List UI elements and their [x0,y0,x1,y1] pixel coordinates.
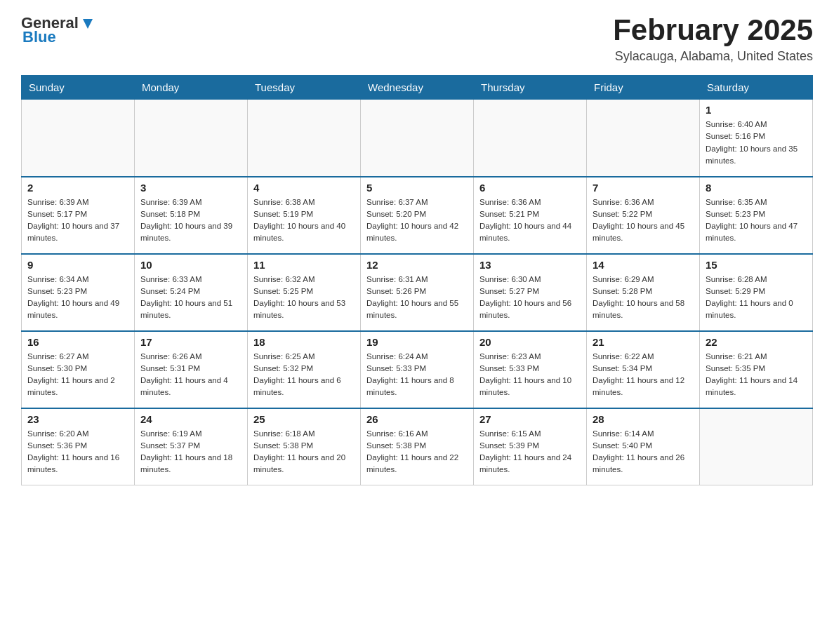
day-info: Sunrise: 6:39 AMSunset: 5:18 PMDaylight:… [140,196,241,245]
day-number: 9 [27,259,128,271]
page-header: General Blue February 2025 Sylacauga, Al… [21,14,813,64]
day-number: 3 [140,182,241,194]
day-number: 12 [366,259,468,271]
day-info: Sunrise: 6:26 AMSunset: 5:31 PMDaylight:… [140,351,241,399]
calendar-cell [135,100,248,177]
calendar-cell: 20Sunrise: 6:23 AMSunset: 5:33 PMDayligh… [474,331,587,408]
day-info: Sunrise: 6:16 AMSunset: 5:38 PMDaylight:… [366,428,468,476]
day-number: 23 [27,413,128,425]
day-number: 13 [479,259,581,271]
day-info: Sunrise: 6:20 AMSunset: 5:36 PMDaylight:… [27,428,128,476]
day-number: 25 [253,413,355,425]
day-info: Sunrise: 6:35 AMSunset: 5:23 PMDaylight:… [706,196,807,245]
day-number: 15 [706,259,807,271]
calendar-cell: 13Sunrise: 6:30 AMSunset: 5:27 PMDayligh… [474,254,587,331]
day-number: 18 [253,336,355,348]
day-number: 1 [706,104,807,116]
day-number: 7 [593,182,694,194]
day-number: 6 [479,182,581,194]
day-number: 5 [366,182,468,194]
calendar-cell: 22Sunrise: 6:21 AMSunset: 5:35 PMDayligh… [700,331,813,408]
day-number: 20 [479,336,581,348]
day-info: Sunrise: 6:21 AMSunset: 5:35 PMDaylight:… [706,351,807,399]
day-number: 27 [479,413,581,425]
calendar-cell: 8Sunrise: 6:35 AMSunset: 5:23 PMDaylight… [700,177,813,254]
day-number: 2 [27,182,128,194]
calendar-week-row: 2Sunrise: 6:39 AMSunset: 5:17 PMDaylight… [22,177,813,254]
calendar-cell: 18Sunrise: 6:25 AMSunset: 5:32 PMDayligh… [248,331,361,408]
day-number: 28 [593,413,694,425]
day-info: Sunrise: 6:23 AMSunset: 5:33 PMDaylight:… [479,351,581,399]
col-header-friday: Friday [587,76,700,100]
calendar-cell: 7Sunrise: 6:36 AMSunset: 5:22 PMDaylight… [587,177,700,254]
calendar-cell: 19Sunrise: 6:24 AMSunset: 5:33 PMDayligh… [361,331,474,408]
col-header-wednesday: Wednesday [361,76,474,100]
day-info: Sunrise: 6:36 AMSunset: 5:21 PMDaylight:… [479,196,581,245]
title-block: February 2025 Sylacauga, Alabama, United… [613,14,813,64]
day-info: Sunrise: 6:14 AMSunset: 5:40 PMDaylight:… [593,428,694,476]
logo: General Blue [21,14,95,46]
calendar-cell [248,100,361,177]
day-number: 10 [140,259,241,271]
day-number: 16 [27,336,128,348]
day-info: Sunrise: 6:28 AMSunset: 5:29 PMDaylight:… [706,274,807,322]
day-info: Sunrise: 6:39 AMSunset: 5:17 PMDaylight:… [27,196,128,245]
day-info: Sunrise: 6:33 AMSunset: 5:24 PMDaylight:… [140,274,241,322]
day-info: Sunrise: 6:38 AMSunset: 5:19 PMDaylight:… [253,196,355,245]
day-number: 22 [706,336,807,348]
calendar-cell: 2Sunrise: 6:39 AMSunset: 5:17 PMDaylight… [22,177,135,254]
calendar-cell: 25Sunrise: 6:18 AMSunset: 5:38 PMDayligh… [248,408,361,485]
day-info: Sunrise: 6:40 AMSunset: 5:16 PMDaylight:… [706,119,807,167]
day-number: 17 [140,336,241,348]
day-number: 8 [706,182,807,194]
day-number: 14 [593,259,694,271]
calendar-week-row: 23Sunrise: 6:20 AMSunset: 5:36 PMDayligh… [22,408,813,485]
calendar-week-row: 1Sunrise: 6:40 AMSunset: 5:16 PMDaylight… [22,100,813,177]
calendar-cell: 12Sunrise: 6:31 AMSunset: 5:26 PMDayligh… [361,254,474,331]
day-info: Sunrise: 6:27 AMSunset: 5:30 PMDaylight:… [27,351,128,399]
day-info: Sunrise: 6:25 AMSunset: 5:32 PMDaylight:… [253,351,355,399]
calendar-cell [700,408,813,485]
logo-triangle-icon [80,16,95,32]
calendar-cell: 24Sunrise: 6:19 AMSunset: 5:37 PMDayligh… [135,408,248,485]
svg-marker-0 [83,19,93,29]
month-title: February 2025 [613,14,813,46]
day-info: Sunrise: 6:19 AMSunset: 5:37 PMDaylight:… [140,428,241,476]
day-number: 4 [253,182,355,194]
day-info: Sunrise: 6:34 AMSunset: 5:23 PMDaylight:… [27,274,128,322]
location-text: Sylacauga, Alabama, United States [613,49,813,64]
calendar-cell: 10Sunrise: 6:33 AMSunset: 5:24 PMDayligh… [135,254,248,331]
calendar-week-row: 16Sunrise: 6:27 AMSunset: 5:30 PMDayligh… [22,331,813,408]
day-info: Sunrise: 6:15 AMSunset: 5:39 PMDaylight:… [479,428,581,476]
calendar-cell: 17Sunrise: 6:26 AMSunset: 5:31 PMDayligh… [135,331,248,408]
calendar-cell: 3Sunrise: 6:39 AMSunset: 5:18 PMDaylight… [135,177,248,254]
calendar-cell [587,100,700,177]
logo-blue-text: Blue [22,28,56,46]
col-header-tuesday: Tuesday [248,76,361,100]
calendar-cell [361,100,474,177]
calendar-cell: 16Sunrise: 6:27 AMSunset: 5:30 PMDayligh… [22,331,135,408]
day-info: Sunrise: 6:29 AMSunset: 5:28 PMDaylight:… [593,274,694,322]
calendar-cell: 28Sunrise: 6:14 AMSunset: 5:40 PMDayligh… [587,408,700,485]
col-header-saturday: Saturday [700,76,813,100]
day-number: 24 [140,413,241,425]
calendar-cell: 9Sunrise: 6:34 AMSunset: 5:23 PMDaylight… [22,254,135,331]
col-header-sunday: Sunday [22,76,135,100]
calendar-cell: 1Sunrise: 6:40 AMSunset: 5:16 PMDaylight… [700,100,813,177]
day-info: Sunrise: 6:18 AMSunset: 5:38 PMDaylight:… [253,428,355,476]
col-header-thursday: Thursday [474,76,587,100]
calendar-week-row: 9Sunrise: 6:34 AMSunset: 5:23 PMDaylight… [22,254,813,331]
calendar-table: SundayMondayTuesdayWednesdayThursdayFrid… [21,75,813,485]
day-info: Sunrise: 6:22 AMSunset: 5:34 PMDaylight:… [593,351,694,399]
calendar-cell [474,100,587,177]
day-info: Sunrise: 6:31 AMSunset: 5:26 PMDaylight:… [366,274,468,322]
day-number: 21 [593,336,694,348]
calendar-cell: 21Sunrise: 6:22 AMSunset: 5:34 PMDayligh… [587,331,700,408]
day-info: Sunrise: 6:30 AMSunset: 5:27 PMDaylight:… [479,274,581,322]
calendar-cell: 11Sunrise: 6:32 AMSunset: 5:25 PMDayligh… [248,254,361,331]
calendar-header-row: SundayMondayTuesdayWednesdayThursdayFrid… [22,76,813,100]
calendar-cell: 15Sunrise: 6:28 AMSunset: 5:29 PMDayligh… [700,254,813,331]
day-number: 19 [366,336,468,348]
day-info: Sunrise: 6:32 AMSunset: 5:25 PMDaylight:… [253,274,355,322]
day-info: Sunrise: 6:36 AMSunset: 5:22 PMDaylight:… [593,196,694,245]
